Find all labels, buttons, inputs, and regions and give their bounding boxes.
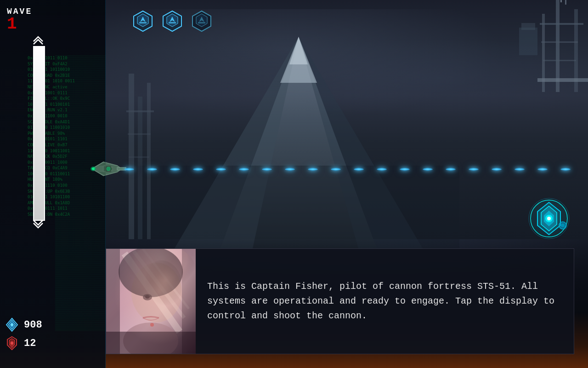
svg-rect-39 xyxy=(198,22,205,23)
structures-right xyxy=(427,0,588,184)
svg-point-58 xyxy=(561,224,565,227)
top-weapon-icons xyxy=(131,9,214,33)
svg-rect-10 xyxy=(541,41,578,43)
bullet-projectile xyxy=(239,168,249,171)
powerup-orb[interactable] xyxy=(528,198,570,242)
chevron-bottom-icon xyxy=(32,219,44,234)
bullet-projectile xyxy=(423,168,433,171)
bullet-projectile xyxy=(147,168,157,171)
health-bar-fill xyxy=(34,47,44,220)
bullet-projectile xyxy=(446,168,456,171)
bullet-projectile xyxy=(193,168,203,171)
sidebar-panel: 0x4A2F 1011 0110SYS::INIT 0xF4A201001101… xyxy=(0,0,106,368)
svg-rect-11 xyxy=(543,60,576,61)
svg-rect-5 xyxy=(138,166,459,248)
bullet-projectile xyxy=(124,168,134,171)
svg-rect-59 xyxy=(106,249,196,354)
resources-panel: 908 12 xyxy=(5,317,42,354)
svg-point-61 xyxy=(131,263,182,322)
svg-point-30 xyxy=(11,342,13,345)
bullet-projectile xyxy=(537,168,548,171)
blue-resource-value: 908 xyxy=(24,319,42,331)
bullet-projectile xyxy=(216,168,226,171)
health-bar xyxy=(33,46,45,221)
bullet-projectile xyxy=(354,168,364,171)
bullet-projectile xyxy=(331,168,341,171)
svg-rect-33 xyxy=(139,22,147,23)
svg-point-68 xyxy=(145,295,150,299)
bullet-projectile xyxy=(492,168,502,171)
svg-point-55 xyxy=(547,217,551,220)
svg-line-64 xyxy=(134,251,184,318)
left-structures xyxy=(92,28,184,239)
chevron-top-icon xyxy=(32,33,44,47)
mountain-bg xyxy=(138,28,459,248)
svg-point-62 xyxy=(141,260,182,311)
wave-number: 1 xyxy=(7,16,32,33)
svg-point-26 xyxy=(11,323,13,326)
dialog-message: This is Captain Fisher, pilot of cannon … xyxy=(207,279,562,323)
svg-point-44 xyxy=(92,167,95,170)
bullet-projectile xyxy=(170,168,180,171)
bullet-projectile xyxy=(400,168,410,171)
red-resource-row: 12 xyxy=(5,336,42,351)
svg-rect-14 xyxy=(565,0,566,5)
svg-point-69 xyxy=(150,323,154,327)
svg-rect-16 xyxy=(521,23,535,30)
svg-line-65 xyxy=(143,249,189,309)
svg-rect-19 xyxy=(147,83,151,239)
svg-rect-13 xyxy=(560,0,562,2)
svg-point-66 xyxy=(123,322,178,354)
bullet-projectile xyxy=(514,168,525,171)
player-ship xyxy=(90,157,126,183)
bullet-trail xyxy=(124,167,588,171)
red-resource-value: 12 xyxy=(24,338,36,349)
bullet-projectile xyxy=(377,168,387,171)
dialog-text-area: This is Captain Fisher, pilot of cannon … xyxy=(196,249,574,354)
svg-rect-12 xyxy=(537,78,588,82)
svg-rect-15 xyxy=(519,28,537,55)
bullet-projectile xyxy=(262,168,272,171)
health-bar-container xyxy=(33,46,45,221)
weapon-slot-2-icon[interactable] xyxy=(160,9,184,33)
wave-display: WAVE 1 xyxy=(7,7,32,33)
svg-point-67 xyxy=(143,294,152,300)
svg-point-70 xyxy=(119,249,183,297)
svg-rect-22 xyxy=(129,156,149,158)
svg-rect-20 xyxy=(126,110,154,112)
svg-rect-21 xyxy=(128,133,151,135)
svg-rect-9 xyxy=(540,23,583,25)
svg-rect-71 xyxy=(106,249,120,354)
bullet-projectile xyxy=(469,168,479,171)
shield-power-icon xyxy=(5,336,19,351)
energy-crystal-icon xyxy=(5,317,19,332)
bullet-projectile xyxy=(285,168,295,171)
svg-point-60 xyxy=(124,249,196,309)
blue-resource-row: 908 xyxy=(5,317,42,332)
svg-line-63 xyxy=(124,253,180,332)
weapon-slot-1-icon[interactable] xyxy=(131,9,155,33)
bullet-projectile xyxy=(308,168,318,171)
bullet-projectile xyxy=(560,168,571,171)
svg-point-46 xyxy=(107,167,110,171)
weapon-slot-3-icon[interactable] xyxy=(190,9,214,33)
character-portrait xyxy=(106,249,196,354)
svg-rect-36 xyxy=(169,22,176,23)
dialog-box[interactable]: This is Captain Fisher, pilot of cannon … xyxy=(106,248,574,354)
svg-rect-72 xyxy=(182,249,196,354)
svg-rect-73 xyxy=(106,332,196,354)
